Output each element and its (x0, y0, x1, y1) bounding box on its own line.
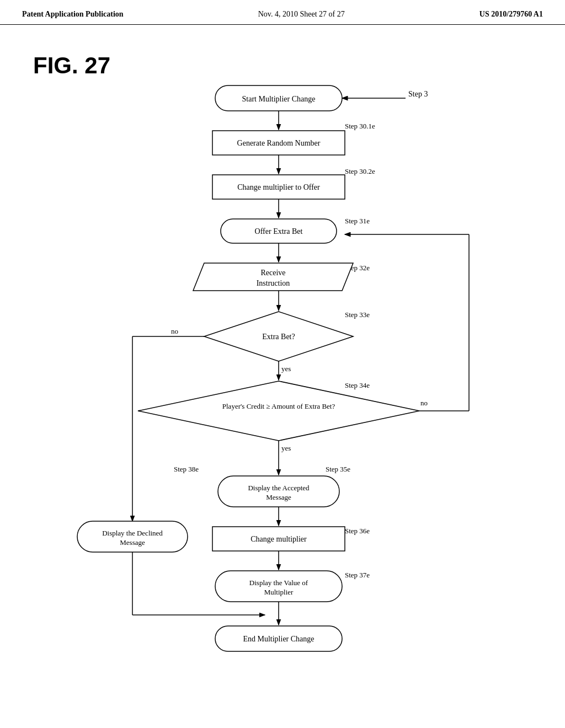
extra-bet-label: Extra Bet? (262, 333, 295, 341)
display-accepted-label1: Display the Accepted (248, 484, 310, 492)
receive-inst-label1: Receive (260, 269, 285, 277)
step30-2e-label: Step 30.2e (345, 167, 375, 175)
yes-label-extra: yes (281, 365, 291, 373)
step38e-label: Step 38e (174, 465, 199, 473)
credit-diamond (138, 381, 419, 441)
display-declined-label1: Display the Declined (102, 529, 163, 537)
gen-random-label: Generate Random Number (237, 139, 321, 147)
no-credit-label: no (420, 399, 428, 407)
header-center: Nov. 4, 2010 Sheet 27 of 27 (258, 10, 345, 19)
step30-1e-label: Step 30.1e (345, 122, 375, 130)
step3-label: Step 3 (408, 90, 428, 98)
header-right: US 2010/279760 A1 (479, 10, 543, 19)
end-label: End Multiplier Change (243, 635, 314, 643)
display-accepted-label2: Message (266, 493, 291, 501)
offer-extra-label: Offer Extra Bet (255, 227, 303, 235)
flowchart-svg: Step 3 Start Multiplier Change Step 30.1… (0, 41, 565, 728)
step36e-label: Step 36e (345, 527, 370, 535)
display-value-label2: Multiplier (264, 588, 294, 596)
change-mult-label: Change multiplier to Offer (237, 183, 320, 191)
display-value-label1: Display the Value of (249, 579, 308, 587)
step31e-label: Step 31e (345, 217, 370, 225)
yes-credit-label: yes (281, 444, 291, 452)
no-label-extra: no (171, 327, 178, 335)
header-left: Patent Application Publication (22, 10, 124, 19)
start-label: Start Multiplier Change (242, 95, 316, 103)
step37e-label: Step 37e (345, 571, 370, 579)
step33e-label: Step 33e (345, 311, 370, 319)
credit-label: Player's Credit ≥ Amount of Extra Bet? (222, 402, 335, 410)
display-declined-label2: Message (120, 538, 145, 547)
change-mult2-label: Change multiplier (250, 535, 307, 543)
page-header: Patent Application Publication Nov. 4, 2… (0, 0, 565, 25)
step34e-label: Step 34e (345, 381, 370, 389)
receive-inst-label2: Instruction (257, 279, 290, 287)
main-content: FIG. 27 Step 3 Start Multiplier Change S… (0, 25, 565, 720)
step35e-label: Step 35e (326, 465, 350, 473)
